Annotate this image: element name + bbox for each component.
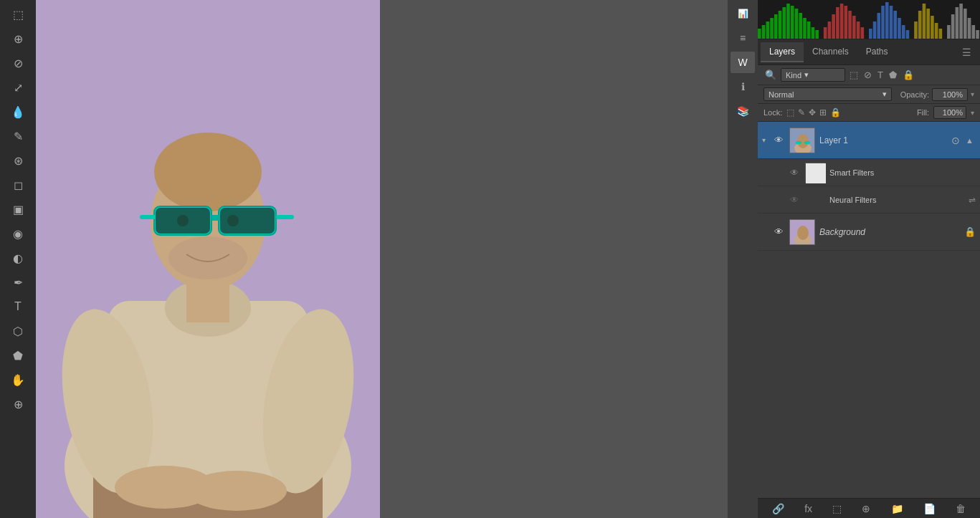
kind-shape-icon[interactable]: ⬟ bbox=[888, 69, 898, 81]
add-adjustment-btn[interactable]: ⊕ bbox=[857, 502, 875, 516]
smart-filters-visibility[interactable]: 👁 bbox=[788, 168, 801, 178]
fill-label: Fill: bbox=[917, 108, 929, 117]
lock-position-icon[interactable]: ✥ bbox=[809, 107, 816, 117]
svg-rect-17 bbox=[276, 215, 294, 219]
svg-rect-70 bbox=[968, 18, 971, 39]
tool-lasso[interactable]: ⊘ bbox=[4, 52, 32, 75]
histogram-canvas bbox=[758, 0, 980, 39]
lock-artboard-icon[interactable]: ⊞ bbox=[819, 107, 827, 117]
svg-rect-32 bbox=[795, 9, 799, 39]
add-style-btn[interactable]: fx bbox=[800, 502, 817, 516]
tab-paths[interactable]: Paths bbox=[857, 42, 897, 62]
fill-value[interactable]: 100% bbox=[933, 106, 966, 119]
svg-rect-56 bbox=[902, 25, 905, 39]
layer-item-background[interactable]: 👁 Background 🔒 bbox=[758, 214, 980, 251]
mid-icon-histogram[interactable]: 📊 bbox=[731, 3, 755, 24]
tool-text[interactable]: T bbox=[4, 295, 32, 318]
svg-rect-61 bbox=[926, 9, 930, 39]
kind-smart-icon[interactable]: 🔒 bbox=[901, 69, 915, 81]
tool-clone[interactable]: ⊛ bbox=[4, 149, 32, 172]
mid-icon-style[interactable]: W bbox=[731, 52, 755, 73]
svg-rect-41 bbox=[836, 7, 839, 39]
svg-rect-59 bbox=[918, 11, 922, 39]
opacity-arrow[interactable]: ▾ bbox=[971, 90, 974, 98]
svg-rect-68 bbox=[959, 4, 963, 39]
fill-arrow[interactable]: ▾ bbox=[971, 109, 974, 117]
tool-select[interactable]: ⊕ bbox=[4, 27, 32, 50]
link-layers-btn[interactable]: 🔗 bbox=[768, 502, 789, 516]
svg-rect-47 bbox=[861, 27, 865, 39]
smart-filters-thumbnail bbox=[805, 163, 825, 183]
lock-row: Lock: ⬚ ✎ ✥ ⊞ 🔒 Fill: 100% ▾ bbox=[758, 104, 980, 122]
lock-all-icon[interactable]: 🔒 bbox=[830, 107, 841, 117]
add-mask-btn[interactable]: ⬚ bbox=[828, 502, 846, 516]
kind-pixel-icon[interactable]: ⬚ bbox=[848, 69, 860, 81]
kind-text-icon[interactable]: T bbox=[876, 69, 885, 81]
tool-eyedropper[interactable]: 💧 bbox=[4, 100, 32, 123]
tool-zoom[interactable]: ⊕ bbox=[4, 393, 32, 416]
tool-blur[interactable]: ◉ bbox=[4, 222, 32, 245]
kind-dropdown[interactable]: Kind ▾ bbox=[781, 68, 845, 82]
tool-path[interactable]: ⬡ bbox=[4, 320, 32, 342]
svg-rect-53 bbox=[890, 6, 893, 39]
layer1-expand[interactable]: ▾ bbox=[762, 136, 772, 144]
sublayer-neural-filters[interactable]: 👁 Neural Filters ⇌ bbox=[758, 186, 980, 214]
svg-rect-23 bbox=[758, 29, 761, 39]
background-thumbnail bbox=[789, 219, 815, 245]
left-toolbar: ⬚ ⊕ ⊘ ⤢ 💧 ✎ ⊛ ◻ ▣ ◉ ◐ ✒ T ⬡ ⬟ ✋ ⊕ bbox=[0, 0, 36, 518]
layer1-smart-icon: ⊙ bbox=[951, 135, 960, 146]
mid-icon-adjustments[interactable]: ≡ bbox=[731, 27, 755, 49]
svg-rect-35 bbox=[807, 21, 811, 39]
tool-brush[interactable]: ✎ bbox=[4, 125, 32, 148]
layer1-visibility[interactable]: 👁 bbox=[772, 135, 785, 145]
tool-crop[interactable]: ⤢ bbox=[4, 76, 32, 99]
kind-adjust-icon[interactable]: ⊘ bbox=[862, 69, 873, 81]
delete-layer-btn[interactable]: 🗑 bbox=[951, 502, 970, 516]
opacity-label: Opacity: bbox=[900, 90, 929, 99]
panel-menu-icon[interactable]: ☰ bbox=[956, 44, 977, 61]
lock-pixels-icon[interactable]: ⬚ bbox=[786, 107, 794, 117]
svg-rect-44 bbox=[848, 11, 852, 39]
tab-layers[interactable]: Layers bbox=[761, 42, 804, 62]
tool-move[interactable]: ⬚ bbox=[4, 3, 32, 26]
mid-icon-libraries[interactable]: 📚 bbox=[731, 100, 755, 122]
svg-rect-49 bbox=[873, 21, 877, 39]
svg-rect-46 bbox=[857, 21, 860, 39]
sublayer-smart-filters[interactable]: 👁 Smart Filters bbox=[758, 159, 980, 186]
svg-point-20 bbox=[177, 215, 189, 226]
smart-filters-name: Smart Filters bbox=[829, 168, 976, 177]
neural-filters-name: Neural Filters bbox=[829, 196, 969, 204]
add-layer-btn[interactable]: 📄 bbox=[919, 502, 940, 516]
background-visibility[interactable]: 👁 bbox=[772, 226, 785, 237]
svg-rect-48 bbox=[869, 29, 872, 39]
neural-filters-visibility[interactable]: 👁 bbox=[788, 195, 801, 205]
svg-rect-25 bbox=[766, 21, 769, 39]
tool-hand[interactable]: ✋ bbox=[4, 368, 32, 391]
tool-gradient[interactable]: ▣ bbox=[4, 198, 32, 221]
svg-rect-65 bbox=[947, 25, 951, 39]
tool-eraser[interactable]: ◻ bbox=[4, 173, 32, 196]
tab-channels[interactable]: Channels bbox=[804, 42, 857, 62]
tool-shape[interactable]: ⬟ bbox=[4, 344, 32, 367]
lock-draw-icon[interactable]: ✎ bbox=[798, 107, 805, 117]
tool-dodge[interactable]: ◐ bbox=[4, 246, 32, 269]
blend-mode-dropdown[interactable]: Normal ▾ bbox=[763, 87, 892, 101]
neural-filters-action-icon[interactable]: ⇌ bbox=[969, 195, 976, 205]
layer-item-layer1[interactable]: ▾ 👁 Layer 1 ⊙ ▲ bbox=[758, 122, 980, 159]
search-icon: 🔍 bbox=[763, 69, 778, 81]
svg-rect-60 bbox=[923, 4, 926, 39]
add-group-btn[interactable]: 📁 bbox=[887, 502, 908, 516]
tab-bar: Layers Channels Paths ☰ bbox=[758, 39, 980, 65]
layer1-collapse-btn[interactable]: ▲ bbox=[966, 136, 976, 145]
svg-point-81 bbox=[797, 226, 809, 240]
layer1-thumbnail bbox=[789, 128, 815, 153]
tool-pen[interactable]: ✒ bbox=[4, 271, 32, 294]
svg-rect-54 bbox=[893, 11, 897, 39]
kind-dropdown-arrow: ▾ bbox=[804, 70, 809, 80]
svg-rect-72 bbox=[976, 30, 979, 39]
mid-icon-info[interactable]: ℹ bbox=[731, 76, 755, 97]
svg-rect-39 bbox=[828, 21, 832, 39]
svg-rect-24 bbox=[762, 25, 766, 39]
svg-rect-33 bbox=[799, 13, 802, 39]
opacity-value[interactable]: 100% bbox=[932, 88, 968, 101]
